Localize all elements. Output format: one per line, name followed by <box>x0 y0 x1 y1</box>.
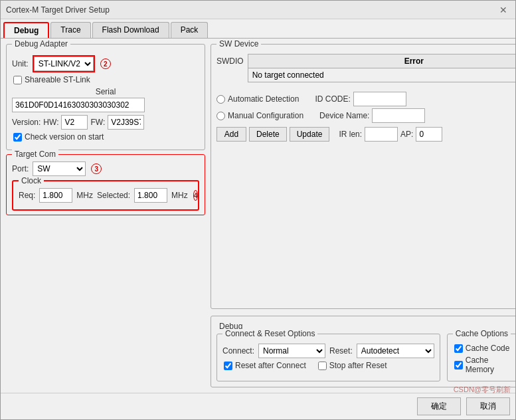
clock-group: Clock Req: 1.800 MHz Selected: 1.800 MHz… <box>12 180 199 211</box>
req-unit: MHz <box>76 191 93 200</box>
cache-options-title: Cache Options <box>453 329 511 338</box>
selected-unit: MHz <box>171 191 188 200</box>
reset-dropdown[interactable]: Autodetect SYSRESETREQ VECTRESET <box>357 344 434 358</box>
badge-2: 2 <box>100 58 111 69</box>
id-code-input[interactable] <box>353 92 406 106</box>
manual-config-radio[interactable] <box>216 112 225 120</box>
serial-label-row: Serial <box>12 87 199 96</box>
title-bar: Cortex-M Target Driver Setup ✕ <box>1 1 515 19</box>
sw-table-header: Error <box>248 54 515 68</box>
tab-bar: Debug Trace Flash Download Pack <box>1 19 515 39</box>
fw-input[interactable]: V2J39S7 <box>108 115 144 130</box>
version-label: Version: <box>12 118 41 127</box>
connect-reset-group: Connect & Reset Options Connect: Normal … <box>216 334 440 381</box>
debug-bottom-section: Debug Connect & Reset Options Connect: N… <box>211 316 515 387</box>
port-row: Port: SW JTAG 3 <box>12 161 199 176</box>
shareable-label: Shareable ST-Link <box>25 75 90 84</box>
debug-adapter-group: Debug Adapter Unit: ST-LINK/V2 2 Shareab… <box>6 44 205 150</box>
port-label: Port: <box>12 164 29 173</box>
auto-detect-radio[interactable] <box>216 95 225 104</box>
cache-memory-label: Cache Memory <box>466 356 514 374</box>
content-area: Debug Adapter Unit: ST-LINK/V2 2 Shareab… <box>1 39 515 393</box>
ap-input[interactable]: 0 <box>416 127 442 142</box>
check-version-checkbox[interactable] <box>13 133 22 142</box>
tab-debug[interactable]: Debug <box>3 22 49 38</box>
id-code-label: ID CODE: <box>315 94 350 104</box>
reset-after-connect-label: Reset after Connect <box>235 361 306 370</box>
close-button[interactable]: ✕ <box>497 5 510 15</box>
left-panel: Debug Adapter Unit: ST-LINK/V2 2 Shareab… <box>6 44 205 387</box>
cache-memory-row: Cache Memory <box>453 356 514 374</box>
debug-bottom-inner: Connect & Reset Options Connect: Normal … <box>216 334 515 381</box>
fw-label: FW: <box>90 118 105 127</box>
action-buttons-row: Add Delete Update IR len: AP: 0 <box>216 127 515 142</box>
radio-section: Automatic Detection ID CODE: Manual Conf… <box>216 92 515 123</box>
connect-row: Connect: Normal with Pre-reset Under Res… <box>222 344 434 358</box>
unit-label: Unit: <box>12 59 29 68</box>
badge-3: 3 <box>91 163 102 174</box>
cache-code-row: Cache Code <box>453 344 514 353</box>
unit-dropdown[interactable]: ST-LINK/V2 <box>34 56 94 71</box>
delete-button[interactable]: Delete <box>249 127 287 142</box>
window-title: Cortex-M Target Driver Setup <box>6 5 110 15</box>
target-com-group: Target Com Port: SW JTAG 3 Clock Req: 1.… <box>6 154 205 215</box>
connect-dropdown[interactable]: Normal with Pre-reset Under Reset <box>258 344 325 358</box>
cancel-button[interactable]: 取消 <box>466 397 510 415</box>
sw-device-title: SW Device <box>216 39 261 49</box>
add-button[interactable]: Add <box>216 127 246 142</box>
manual-config-label: Manual Configuration <box>228 111 303 120</box>
sw-main: SWDIO Error No target connected <box>216 54 515 142</box>
device-name-input[interactable] <box>372 108 425 123</box>
device-name-label: Device Name: <box>319 111 369 120</box>
cache-memory-checkbox[interactable] <box>454 361 463 369</box>
ir-len-input[interactable] <box>365 127 398 142</box>
req-input[interactable]: 1.800 <box>39 188 72 203</box>
auto-detect-row: Automatic Detection ID CODE: <box>216 92 515 106</box>
unit-select-wrap: ST-LINK/V2 <box>33 55 95 72</box>
reset-after-connect-checkbox[interactable] <box>224 362 232 370</box>
main-window: Cortex-M Target Driver Setup ✕ Debug Tra… <box>0 0 516 420</box>
req-label: Req: <box>19 191 35 200</box>
swdio-table-row: SWDIO Error No target connected <box>216 54 515 88</box>
unit-row: Unit: ST-LINK/V2 2 <box>12 55 199 72</box>
update-button[interactable]: Update <box>290 127 330 142</box>
auto-detect-label: Automatic Detection <box>228 94 299 104</box>
stop-after-reset-checkbox[interactable] <box>318 362 327 370</box>
connect-label: Connect: <box>222 346 254 356</box>
shareable-row: Shareable ST-Link <box>12 75 199 84</box>
serial-input[interactable]: 361D0F0D14163030303030302 <box>12 98 145 112</box>
serial-label: Serial <box>96 87 116 96</box>
check-version-row: Check version on start <box>12 132 199 142</box>
hw-input[interactable]: V2 <box>61 115 88 130</box>
manual-config-row: Manual Configuration Device Name: <box>216 108 515 123</box>
clock-row: Req: 1.800 MHz Selected: 1.800 MHz 4 <box>19 188 193 203</box>
sw-table: Error No target connected <box>248 54 515 82</box>
sw-device-group: SW Device SWDIO Error <box>211 44 515 309</box>
cache-code-checkbox[interactable] <box>454 344 463 353</box>
reset-after-connect-row: Reset after Connect Stop after Reset <box>222 361 434 370</box>
hw-label: HW: <box>43 118 58 127</box>
badge-4: 4 <box>193 190 199 201</box>
check-version-label: Check version on start <box>25 132 104 142</box>
ir-len-label: IR len: <box>339 130 362 139</box>
version-row: Version: HW: V2 FW: V2J39S7 <box>12 115 199 130</box>
target-com-title: Target Com <box>12 150 58 159</box>
right-panel: SW Device SWDIO Error <box>211 44 515 387</box>
tab-trace[interactable]: Trace <box>50 22 90 38</box>
selected-input[interactable]: 1.800 <box>134 188 167 203</box>
reset-label: Reset: <box>329 346 353 356</box>
serial-input-row: 361D0F0D14163030303030302 <box>12 98 199 115</box>
ok-button[interactable]: 确定 <box>417 397 461 415</box>
selected-label: Selected: <box>97 191 130 200</box>
swdio-label: SWDIO <box>216 56 244 66</box>
tab-pack[interactable]: Pack <box>171 22 209 38</box>
port-dropdown[interactable]: SW JTAG <box>33 161 86 176</box>
cache-options-group: Cache Options Cache Code Cache Memory <box>447 334 515 381</box>
shareable-checkbox[interactable] <box>13 76 22 84</box>
stop-after-reset-label: Stop after Reset <box>329 361 387 370</box>
tab-flash-download[interactable]: Flash Download <box>92 22 169 38</box>
sw-layout: SWDIO Error No target connected <box>216 54 515 142</box>
bottom-buttons: 确定 取消 <box>1 393 515 419</box>
debug-adapter-title: Debug Adapter <box>12 39 70 49</box>
connect-reset-title: Connect & Reset Options <box>222 329 317 338</box>
